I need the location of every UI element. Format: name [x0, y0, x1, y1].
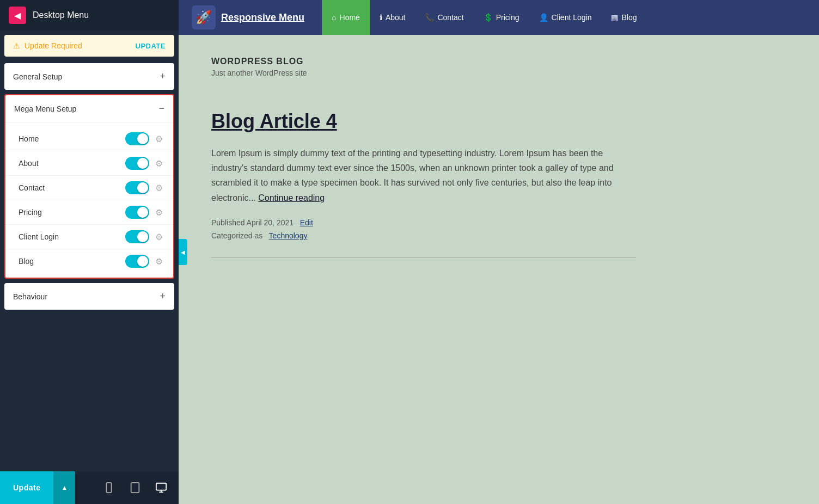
- blog-site-subtitle: Just another WordPress site: [211, 69, 786, 77]
- general-setup-header[interactable]: General Setup +: [4, 63, 174, 90]
- pricing-nav-icon: 💲: [484, 13, 493, 22]
- article-divider: [211, 257, 636, 258]
- svg-rect-2: [131, 483, 139, 493]
- blog-nav-icon: ▦: [611, 13, 618, 22]
- general-setup-section: General Setup +: [4, 63, 174, 90]
- collapse-handle[interactable]: ◀: [179, 239, 187, 265]
- update-save-button[interactable]: Update: [0, 471, 53, 504]
- categorized-prefix: Categorized as: [211, 231, 262, 240]
- menu-item-pricing: Pricing ⚙: [5, 200, 173, 225]
- behaviour-section: Behaviour +: [4, 283, 174, 310]
- menu-item-about: About ⚙: [5, 151, 173, 176]
- menu-item-about-toggle[interactable]: [125, 157, 149, 170]
- nav-item-contact[interactable]: 📞 Contact: [415, 0, 473, 35]
- menu-item-blog-gear-icon[interactable]: ⚙: [154, 256, 164, 267]
- menu-item-client-login-label: Client Login: [19, 232, 59, 241]
- about-nav-icon: ℹ: [380, 13, 382, 22]
- nav-item-about-label: About: [386, 13, 406, 22]
- nav-item-home-label: Home: [340, 13, 360, 22]
- nav-logo[interactable]: 🚀 Responsive Menu: [192, 5, 304, 29]
- desktop-device-icon[interactable]: [148, 471, 174, 504]
- sidebar-title: Desktop Menu: [33, 10, 89, 20]
- menu-items-list: Home ⚙ About ⚙ Contact ⚙: [5, 122, 173, 278]
- update-message: Update Required: [25, 41, 82, 50]
- update-action-button[interactable]: UPDATE: [136, 42, 166, 50]
- menu-item-pricing-label: Pricing: [19, 208, 42, 217]
- menu-item-contact-toggle[interactable]: [125, 181, 149, 194]
- sidebar: ◀ Desktop Menu ⚠ Update Required UPDATE …: [0, 0, 179, 504]
- menu-item-pricing-controls: ⚙: [125, 206, 164, 219]
- back-icon: ◀: [14, 10, 21, 21]
- blog-area: WORDPRESS BLOG Just another WordPress si…: [179, 35, 819, 504]
- nav-items: ⌂ Home ℹ About 📞 Contact 💲 Pricing 👤 Cli…: [322, 0, 646, 35]
- nav-logo-icon: 🚀: [192, 5, 216, 29]
- article-published-meta: Published April 20, 2021 Edit: [211, 218, 786, 227]
- main-content: 🚀 Responsive Menu ⌂ Home ℹ About 📞 Conta…: [179, 0, 819, 504]
- blog-site-title: WORDPRESS BLOG: [211, 57, 786, 66]
- collapse-icon: ◀: [181, 249, 185, 255]
- menu-item-home: Home ⚙: [5, 127, 173, 151]
- back-button[interactable]: ◀: [9, 7, 26, 24]
- general-setup-label: General Setup: [13, 72, 62, 81]
- home-nav-icon: ⌂: [332, 13, 336, 22]
- menu-item-pricing-toggle[interactable]: [125, 206, 149, 219]
- menu-item-about-gear-icon[interactable]: ⚙: [154, 158, 164, 169]
- menu-item-client-login-toggle[interactable]: [125, 230, 149, 243]
- menu-item-contact-label: Contact: [19, 183, 45, 192]
- nav-item-pricing[interactable]: 💲 Pricing: [474, 0, 529, 35]
- sidebar-header: ◀ Desktop Menu: [0, 0, 179, 30]
- menu-item-contact-controls: ⚙: [125, 181, 164, 194]
- expand-button[interactable]: ▲: [53, 471, 75, 504]
- sidebar-bottom: Update ▲: [0, 471, 179, 504]
- menu-item-home-label: Home: [19, 134, 39, 143]
- published-date: Published April 20, 2021: [211, 218, 294, 227]
- menu-item-client-login-controls: ⚙: [125, 230, 164, 243]
- menu-item-home-gear-icon[interactable]: ⚙: [154, 133, 164, 144]
- nav-item-pricing-label: Pricing: [496, 13, 519, 22]
- menu-item-blog-toggle[interactable]: [125, 255, 149, 268]
- nav-item-blog[interactable]: ▦ Blog: [601, 0, 646, 35]
- mega-menu-collapse-icon: −: [158, 103, 164, 114]
- behaviour-label: Behaviour: [13, 292, 47, 301]
- device-icons: [96, 471, 179, 504]
- nav-item-blog-label: Blog: [621, 13, 637, 22]
- menu-item-blog: Blog ⚙: [5, 249, 173, 273]
- expand-icon: ▲: [62, 484, 68, 491]
- nav-item-about[interactable]: ℹ About: [370, 0, 415, 35]
- mobile-device-icon[interactable]: [96, 471, 122, 504]
- update-banner: ⚠ Update Required UPDATE: [4, 35, 174, 57]
- nav-item-client-login-label: Client Login: [552, 13, 592, 22]
- behaviour-header[interactable]: Behaviour +: [4, 283, 174, 310]
- article-title[interactable]: Blog Article 4: [211, 110, 786, 133]
- top-navigation: 🚀 Responsive Menu ⌂ Home ℹ About 📞 Conta…: [179, 0, 819, 35]
- nav-item-home[interactable]: ⌂ Home: [322, 0, 370, 35]
- warning-icon: ⚠: [13, 41, 20, 50]
- article-category-meta: Categorized as Technology: [211, 231, 786, 240]
- menu-item-client-login: Client Login ⚙: [5, 225, 173, 249]
- menu-item-contact: Contact ⚙: [5, 176, 173, 200]
- menu-item-contact-gear-icon[interactable]: ⚙: [154, 182, 164, 193]
- contact-nav-icon: 📞: [425, 13, 434, 22]
- svg-rect-4: [156, 483, 166, 490]
- nav-item-contact-label: Contact: [437, 13, 463, 22]
- article-body: Lorem Ipsum is simply dummy text of the …: [211, 146, 636, 205]
- general-setup-expand-icon: +: [160, 71, 166, 82]
- update-required-label: ⚠ Update Required: [13, 41, 82, 50]
- menu-item-home-controls: ⚙: [125, 132, 164, 145]
- menu-item-blog-controls: ⚙: [125, 255, 164, 268]
- client-login-nav-icon: 👤: [539, 13, 548, 22]
- edit-link[interactable]: Edit: [300, 218, 313, 227]
- menu-item-home-toggle[interactable]: [125, 132, 149, 145]
- menu-item-blog-label: Blog: [19, 257, 34, 266]
- tablet-device-icon[interactable]: [122, 471, 148, 504]
- category-link[interactable]: Technology: [269, 231, 308, 240]
- continue-reading-link[interactable]: Continue reading: [258, 193, 325, 202]
- menu-item-client-login-gear-icon[interactable]: ⚙: [154, 231, 164, 242]
- nav-logo-text: Responsive Menu: [221, 12, 304, 23]
- svg-rect-0: [106, 483, 111, 493]
- mega-menu-label: Mega Menu Setup: [14, 105, 76, 113]
- menu-item-pricing-gear-icon[interactable]: ⚙: [154, 207, 164, 218]
- mega-menu-header[interactable]: Mega Menu Setup −: [5, 95, 173, 122]
- menu-item-about-controls: ⚙: [125, 157, 164, 170]
- nav-item-client-login[interactable]: 👤 Client Login: [529, 0, 602, 35]
